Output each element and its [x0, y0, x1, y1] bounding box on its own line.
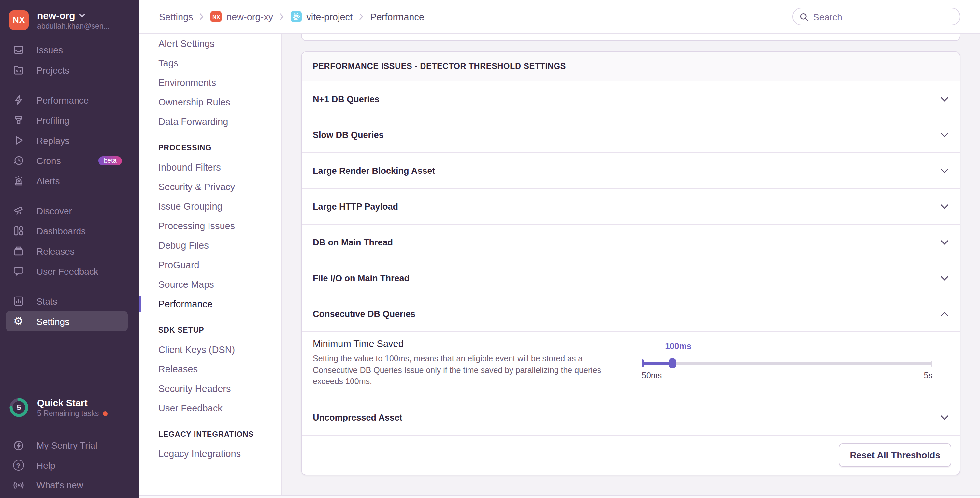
- sidebar-item-replays[interactable]: Replays: [6, 130, 128, 151]
- breadcrumb-org-label: new-org-xy: [226, 11, 273, 22]
- next-panel-top-edge: [139, 495, 980, 498]
- slider-min-label: 50ms: [642, 371, 662, 380]
- threshold-slider: 100ms 50ms 5s: [642, 341, 932, 393]
- sidebar-item-label: Releases: [37, 246, 75, 256]
- sidebar-item-label: What's new: [37, 480, 83, 490]
- sidebar-item-releases[interactable]: Releases: [6, 241, 128, 261]
- detector-row-consecutive-db-queries[interactable]: Consecutive DB Queries: [302, 296, 960, 332]
- org-switcher[interactable]: NX new-org abdullah.khan@sen...: [0, 0, 139, 30]
- settings-nav-alert-settings[interactable]: Alert Settings: [139, 34, 282, 53]
- sidebar-item-label: Dashboards: [37, 225, 86, 236]
- sidebar-item-dashboards[interactable]: Dashboards: [6, 221, 128, 241]
- progress-ring: 5: [9, 398, 29, 417]
- inbox-icon: [13, 44, 24, 56]
- sidebar-item-discover[interactable]: Discover: [6, 200, 128, 221]
- settings-nav-ownership-rules[interactable]: Ownership Rules: [139, 92, 282, 112]
- gear-icon: ⚙: [13, 316, 24, 327]
- archive-icon: [13, 245, 24, 257]
- slider-handle[interactable]: [668, 358, 676, 368]
- detector-row-large-http-payload[interactable]: Large HTTP Payload: [302, 189, 960, 225]
- chevron-down-icon: [940, 168, 949, 173]
- detector-row-db-on-main-thread[interactable]: DB on Main Thread: [302, 225, 960, 260]
- bar-chart-icon: [13, 295, 24, 307]
- quick-start-count: 5: [9, 398, 29, 417]
- sidebar-item-label: Settings: [37, 316, 69, 327]
- settings-nav-section-processing: PROCESSING: [139, 138, 282, 157]
- settings-nav-source-maps[interactable]: Source Maps: [139, 275, 282, 294]
- breadcrumb-project[interactable]: vite-project: [291, 11, 353, 22]
- previous-panel-bottom: [301, 34, 961, 41]
- chevron-down-icon: [940, 96, 949, 102]
- chevron-right-icon: [280, 13, 284, 20]
- sidebar-item-user-feedback[interactable]: User Feedback: [6, 261, 128, 281]
- slider-track[interactable]: [642, 359, 932, 368]
- slider-start-tick: [642, 359, 644, 367]
- breadcrumb-org[interactable]: NX new-org-xy: [211, 11, 273, 22]
- sidebar-item-crons[interactable]: Crons beta: [6, 151, 128, 171]
- sidebar-item-whats-new[interactable]: What's new: [6, 475, 128, 495]
- sidebar-item-label: User Feedback: [37, 266, 99, 276]
- reset-all-thresholds-button[interactable]: Reset All Thresholds: [839, 443, 951, 467]
- sidebar-item-alerts[interactable]: Alerts: [6, 171, 128, 191]
- settings-nav-security-headers[interactable]: Security Headers: [139, 379, 282, 398]
- slider-value-label: 100ms: [665, 341, 691, 351]
- sidebar-footer: My Sentry Trial ? Help What's new: [0, 436, 139, 495]
- sidebar-item-settings[interactable]: ⚙ Settings: [6, 311, 128, 331]
- settings-nav-debug-files[interactable]: Debug Files: [139, 236, 282, 255]
- lightning-icon: [13, 94, 24, 106]
- org-badge: NX: [211, 11, 222, 22]
- sidebar-item-help[interactable]: ? Help: [6, 455, 128, 475]
- main-content: PERFORMANCE ISSUES - DETECTOR THRESHOLD …: [282, 34, 980, 498]
- chevron-right-icon: [359, 13, 364, 20]
- settings-nav-legacy-integrations[interactable]: Legacy Integrations: [139, 444, 282, 463]
- sidebar-item-projects[interactable]: Projects: [6, 60, 128, 80]
- settings-nav-proguard[interactable]: ProGuard: [139, 255, 282, 275]
- settings-nav-inbound-filters[interactable]: Inbound Filters: [139, 157, 282, 177]
- sidebar-item-stats[interactable]: Stats: [6, 291, 128, 311]
- help-icon: ?: [13, 460, 24, 471]
- clock-icon: [13, 155, 24, 167]
- trial-bolt-icon: [13, 440, 24, 452]
- chevron-up-icon: [940, 311, 949, 317]
- org-email: abdullah.khan@sen...: [37, 22, 130, 30]
- sidebar-item-label: Stats: [37, 296, 57, 306]
- sidebar-item-issues[interactable]: Issues: [6, 40, 128, 60]
- quick-start-widget[interactable]: 5 Quick Start 5 Remaining tasks: [0, 398, 139, 417]
- breadcrumb-project-label: vite-project: [306, 11, 353, 22]
- sidebar-item-my-sentry-trial[interactable]: My Sentry Trial: [6, 436, 128, 455]
- sidebar-item-label: Alerts: [37, 175, 60, 186]
- org-name: new-org: [37, 10, 75, 21]
- settings-nav-security-privacy[interactable]: Security & Privacy: [139, 177, 282, 197]
- search-box[interactable]: [792, 8, 961, 25]
- settings-nav-tags[interactable]: Tags: [139, 53, 282, 73]
- slider-fill: [642, 362, 673, 365]
- breadcrumb-page[interactable]: Performance: [370, 11, 424, 22]
- detector-row-file-io-on-main-thread[interactable]: File I/O on Main Thread: [302, 260, 960, 296]
- detector-row-slow-db-queries[interactable]: Slow DB Queries: [302, 117, 960, 153]
- settings-nav-client-keys[interactable]: Client Keys (DSN): [139, 340, 282, 359]
- panel-footer: Reset All Thresholds: [302, 436, 960, 474]
- settings-nav-releases[interactable]: Releases: [139, 359, 282, 379]
- search-input[interactable]: [813, 11, 953, 22]
- telescope-icon: [13, 205, 24, 216]
- settings-nav-user-feedback[interactable]: User Feedback: [139, 398, 282, 418]
- settings-nav-performance[interactable]: Performance: [139, 294, 282, 314]
- chevron-down-icon: [940, 275, 949, 281]
- settings-nav-data-forwarding[interactable]: Data Forwarding: [139, 112, 282, 132]
- detector-row-large-render-blocking-asset[interactable]: Large Render Blocking Asset: [302, 153, 960, 189]
- settings-nav-issue-grouping[interactable]: Issue Grouping: [139, 197, 282, 216]
- settings-nav-environments[interactable]: Environments: [139, 73, 282, 92]
- sidebar-item-performance[interactable]: Performance: [6, 90, 128, 110]
- quick-start-subtitle: 5 Remaining tasks: [37, 409, 99, 417]
- sidebar-item-profiling[interactable]: Profiling: [6, 110, 128, 130]
- sidebar-item-label: Help: [37, 460, 56, 471]
- detector-row-uncompressed-asset[interactable]: Uncompressed Asset: [302, 400, 960, 436]
- panel-title: PERFORMANCE ISSUES - DETECTOR THRESHOLD …: [302, 52, 960, 81]
- sidebar-item-label: Projects: [37, 65, 69, 75]
- sidebar-item-label: My Sentry Trial: [37, 440, 97, 451]
- main-sidebar: NX new-org abdullah.khan@sen... Issues: [0, 0, 139, 498]
- settings-nav-processing-issues[interactable]: Processing Issues: [139, 216, 282, 236]
- breadcrumb-settings[interactable]: Settings: [159, 11, 193, 22]
- slider-end-tick: [931, 360, 932, 366]
- detector-row-n1-db-queries[interactable]: N+1 DB Queries: [302, 81, 960, 117]
